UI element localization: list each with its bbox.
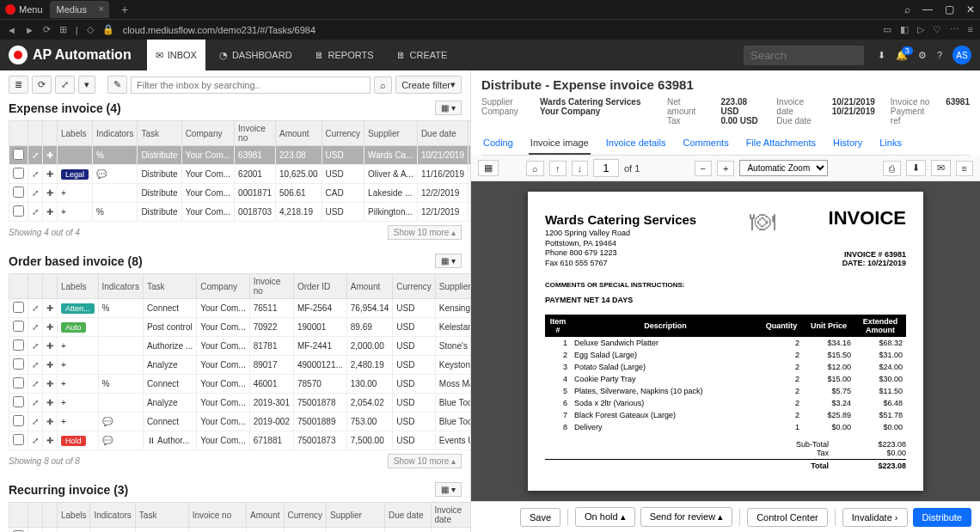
expand-row-icon[interactable]: ⤢ (28, 528, 43, 533)
easy-setup-icon[interactable]: ≡ (968, 24, 973, 35)
layout-toggle[interactable]: ▦ ▾ (435, 101, 462, 115)
col-header[interactable]: Task (143, 274, 196, 299)
lock-icon[interactable]: 🔒 (102, 24, 114, 35)
save-button[interactable]: Save (520, 508, 560, 527)
row-checkbox[interactable] (13, 377, 24, 388)
send-review-button[interactable]: Send for review ▴ (640, 507, 733, 527)
col-header[interactable]: Task (135, 503, 188, 528)
show-more-expense[interactable]: Show 10 more ▴ (388, 225, 462, 240)
row-checkbox[interactable] (13, 396, 24, 407)
col-header[interactable]: Indicators (90, 503, 135, 528)
row-checkbox[interactable] (13, 321, 24, 332)
table-row[interactable]: ⤢✚%DistributeYour Com...63981223.08USDWa… (9, 146, 472, 165)
col-header[interactable]: Currency (284, 503, 327, 528)
row-checkbox[interactable] (13, 149, 24, 160)
edit-icon[interactable]: ✎ (107, 76, 127, 94)
row-checkbox[interactable] (13, 339, 24, 351)
col-header[interactable]: Due date (417, 121, 468, 146)
col-header[interactable] (28, 274, 43, 299)
refresh-icon[interactable]: ⟳ (32, 76, 52, 94)
distribute-button[interactable]: Distribute (913, 508, 971, 527)
row-checkbox[interactable] (13, 358, 24, 370)
table-row[interactable]: ⤢✚AutoPost controlYour Com...70922190001… (9, 318, 472, 337)
inbox-filter-input[interactable] (131, 76, 371, 94)
col-header[interactable] (43, 503, 58, 528)
page-number-input[interactable] (593, 159, 619, 177)
maximize-icon[interactable]: ▢ (945, 3, 954, 15)
tab-coding[interactable]: Coding (481, 132, 515, 155)
expand-row-icon[interactable]: ⤢ (28, 318, 43, 337)
page-up-icon[interactable]: ↑ (549, 161, 567, 176)
list-view-icon[interactable]: ≣ (9, 76, 28, 94)
add-row-icon[interactable]: ✚ (43, 203, 58, 222)
col-header[interactable]: Order ID (293, 274, 346, 299)
menu-icon[interactable]: ≡ (956, 161, 973, 176)
vpn-icon[interactable]: ▷ (917, 24, 924, 35)
add-row-icon[interactable]: ✚ (43, 184, 58, 203)
add-row-icon[interactable]: ✚ (43, 528, 58, 533)
nav-inbox[interactable]: ✉INBOX (147, 40, 205, 70)
expand-row-icon[interactable]: ⤢ (28, 203, 43, 222)
col-header[interactable]: Currency (322, 121, 364, 146)
table-row[interactable]: ⤢✚Hold💬⏸ Author...Your Com...67188175001… (9, 431, 472, 450)
show-more-order[interactable]: Show 10 more ▴ (388, 454, 462, 468)
add-row-icon[interactable]: ✚ (43, 165, 58, 184)
settings-icon[interactable]: ⚙ (918, 50, 927, 61)
col-header[interactable]: Company (197, 274, 249, 299)
col-header[interactable]: Invoice no (188, 503, 246, 528)
col-header[interactable]: Supplier (327, 503, 385, 528)
col-header[interactable]: Amount (247, 503, 284, 528)
expand-row-icon[interactable]: ⤢ (28, 184, 43, 203)
expand-row-icon[interactable]: ⤢ (28, 337, 43, 356)
add-row-icon[interactable]: ✚ (43, 356, 58, 375)
browser-tab[interactable]: Medius× (50, 1, 109, 18)
expand-row-icon[interactable]: ⤢ (28, 165, 43, 184)
layout-toggle[interactable]: ▦ ▾ (435, 482, 462, 497)
row-checkbox[interactable] (13, 434, 24, 445)
expand-row-icon[interactable]: ⤢ (28, 299, 43, 318)
print-icon[interactable]: ⎙ (883, 161, 901, 176)
tab-comments[interactable]: Comments (681, 132, 730, 155)
col-header[interactable]: Task (138, 121, 181, 146)
tab-links[interactable]: Links (878, 132, 903, 155)
add-row-icon[interactable]: ✚ (43, 146, 58, 165)
table-row[interactable]: ⤢✚+Connect1903908450.00USDGreen Acre...6… (9, 528, 472, 533)
table-row[interactable]: ⤢✚+AnalyzeYour Com...8901749000121...2,4… (9, 356, 472, 375)
col-header[interactable] (9, 503, 28, 528)
col-header[interactable]: Indicators (98, 274, 143, 299)
col-header[interactable]: Amount (276, 121, 322, 146)
add-row-icon[interactable]: ✚ (43, 375, 58, 394)
col-header[interactable]: Invoice no (235, 121, 276, 146)
dropdown-icon[interactable]: ▾ (78, 76, 95, 94)
thumbnails-icon[interactable]: ▦ (478, 160, 499, 176)
col-header[interactable]: Amount (346, 274, 393, 299)
tab-image[interactable]: Invoice image (529, 132, 591, 155)
tab-close-icon[interactable]: × (99, 3, 104, 14)
col-header[interactable]: Company (181, 121, 234, 146)
avatar[interactable]: AS (952, 46, 971, 64)
nav-create[interactable]: 🗎CREATE (388, 40, 456, 70)
tab-files[interactable]: File Attachments (744, 132, 818, 155)
col-header[interactable] (9, 274, 28, 299)
col-header[interactable]: Invoice date (431, 503, 471, 528)
row-checkbox[interactable] (13, 168, 24, 179)
nav-reload-icon[interactable]: ⟳ (43, 24, 51, 35)
add-row-icon[interactable]: ✚ (43, 431, 58, 450)
zoom-select[interactable]: Automatic Zoom (739, 160, 828, 176)
on-hold-button[interactable]: On hold ▴ (575, 507, 635, 527)
close-icon[interactable]: ✕ (966, 3, 975, 15)
heart-icon[interactable]: ♡ (933, 24, 941, 35)
table-row[interactable]: ⤢✚Legal💬DistributeYour Com...6200110,625… (9, 165, 472, 184)
expand-icon[interactable]: ⤢ (55, 76, 75, 94)
col-header[interactable]: Due date (385, 503, 432, 528)
col-header[interactable] (28, 121, 43, 146)
col-header[interactable]: Indicators (93, 121, 138, 146)
bookmark-icon[interactable]: ▭ (883, 24, 891, 35)
tab-details[interactable]: Invoice details (604, 132, 668, 155)
nav-reports[interactable]: 🗎REPORTS (306, 40, 383, 70)
minimize-icon[interactable]: — (922, 3, 933, 15)
col-header[interactable]: Invoice no (249, 274, 293, 299)
add-row-icon[interactable]: ✚ (43, 318, 58, 337)
row-checkbox[interactable] (13, 415, 24, 426)
col-header[interactable] (43, 121, 58, 146)
